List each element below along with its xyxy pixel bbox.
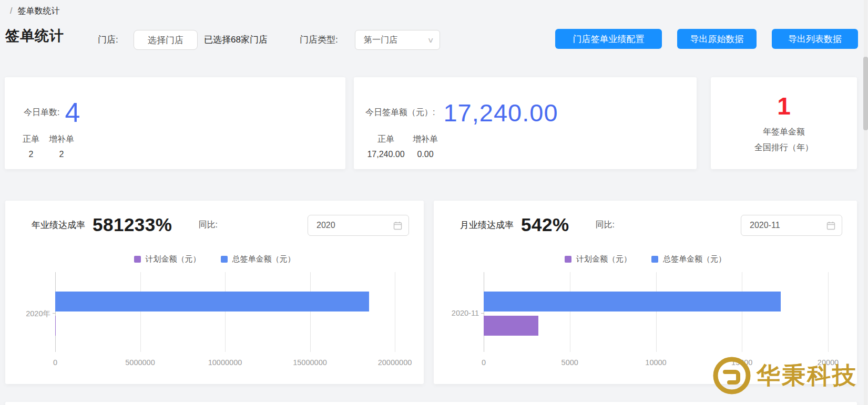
monthly-plot-area: 2020-11 [484,272,828,352]
rank-value: 1 [777,94,791,118]
monthly-category-label: 2020-11 [452,309,479,317]
calendar-icon [826,221,835,230]
supplement-amount-stat: 增补单 0.00 [410,134,441,159]
xaxis-tick-label: 0 [482,358,486,367]
supplement-amount-value: 0.00 [410,150,441,159]
gridline [225,272,226,352]
gridline [395,272,395,352]
plan-swatch [134,256,141,263]
total-legend-label: 总签单金额（元） [232,254,295,264]
xaxis-tick-label: 10000 [645,358,666,367]
plan-swatch [565,256,571,263]
monthly-chart-legend: 计划金额（元） 总签单金额（元） [434,254,857,264]
total-legend-label: 总签单金额（元） [663,254,726,264]
scrollbar-thumb[interactable] [863,57,868,130]
today-amount-card: 今日签单额（元）: 17,240.00 正单 17,240.00 增补单 0.0… [354,77,697,169]
normal-amount-label: 正单 [364,134,407,145]
yearly-date-picker[interactable]: 2020 [308,215,409,236]
normal-amount-value: 17,240.00 [364,150,407,159]
total-swatch [651,256,658,263]
total-swatch [221,256,228,263]
select-store-button[interactable]: 选择门店 [134,30,198,50]
store-filter-label: 门店: [98,34,118,46]
store-type-label: 门店类型: [300,34,338,46]
yearly-chart-legend: 计划金额（元） 总签单金额（元） [5,254,424,264]
chevron-down-icon: ∨ [427,36,434,44]
gridline [570,272,570,352]
export-raw-data-button[interactable]: 导出原始数据 [677,29,757,49]
today-amount-value: 17,240.00 [443,100,558,125]
gridline [140,272,141,352]
normal-orders-label: 正单 [22,134,40,145]
legend-item-total[interactable]: 总签单金额（元） [651,254,726,264]
supplement-orders-value: 2 [49,150,74,159]
breadcrumb: /签单数统计 [10,6,59,17]
yearly-chart-title: 年业绩达成率 [32,219,85,231]
monthly-compare-label: 同比: [596,220,615,231]
order-stats-page: /签单数统计 签单统计 门店: 选择门店 已选择68家门店 门店类型: 第一门店… [0,0,868,405]
yearly-plot-area: 2020年 [55,272,395,352]
yearly-compare-label: 同比: [198,220,217,231]
yearly-category-label: 2020年 [26,309,50,319]
xaxis-tick-label: 0 [53,358,57,367]
yearly-performance-chart-card: 年业绩达成率 581233% 同比: 2020 计划金额（元） 总签单金额（元）… [5,201,424,384]
xaxis-tick-label: 5000 [561,358,578,367]
supplement-orders-label: 增补单 [49,134,74,145]
gridline [742,272,742,352]
rank-line-2: 全国排行（年） [754,142,813,153]
today-amount-label: 今日签单额（元）: [365,107,435,118]
xaxis-tick-label: 20000000 [378,358,412,367]
yearly-achievement-rate: 581233% [93,214,172,235]
normal-orders-stat: 正单 2 [22,134,40,159]
xaxis-tick-label: 10000000 [208,358,242,367]
xaxis-tick-label: 5000000 [125,358,155,367]
yearly-date-value: 2020 [316,221,335,230]
today-orders-card: 今日单数: 4 正单 2 增补单 2 [5,77,345,169]
normal-amount-stat: 正单 17,240.00 [364,134,407,159]
breadcrumb-separator: / [10,6,12,15]
monthly-achievement-rate: 542% [521,214,569,235]
monthly-chart-title: 月业绩达成率 [460,219,514,231]
gridline [828,272,829,352]
legend-item-total[interactable]: 总签单金额（元） [221,254,295,264]
breadcrumb-current[interactable]: 签单数统计 [17,6,59,15]
normal-orders-value: 2 [22,150,40,159]
legend-item-plan[interactable]: 计划金额（元） [134,254,201,264]
monthly-xaxis-ticks: 05000100001500020000 [484,358,828,368]
supplement-amount-label: 增补单 [410,134,441,145]
xaxis-tick-label: 20000 [818,358,839,367]
page-title: 签单统计 [5,26,64,45]
monthly-date-picker[interactable]: 2020-11 [741,215,842,236]
monthly-date-value: 2020-11 [750,221,780,230]
export-list-data-button[interactable]: 导出列表数据 [772,29,858,49]
plan-amount-bar [484,316,538,336]
store-selected-info: 已选择68家门店 [204,34,268,46]
today-orders-value: 4 [65,99,80,126]
today-orders-label: 今日单数: [24,107,59,118]
next-section-card-edge [5,402,857,405]
legend-item-plan[interactable]: 计划金额（元） [565,254,631,264]
gridline [656,272,657,352]
gridline [310,272,311,352]
rank-line-1: 年签单金额 [763,127,805,137]
yearly-xaxis-ticks: 05000000100000001500000020000000 [55,358,395,368]
total-amount-bar [484,292,781,311]
calendar-icon [393,221,402,230]
plan-legend-label: 计划金额（元） [146,254,201,264]
supplement-orders-stat: 增补单 2 [49,134,74,159]
xaxis-tick-label: 15000000 [293,358,327,367]
monthly-performance-chart-card: 月业绩达成率 542% 同比: 2020-11 计划金额（元） 总签单金额（元）… [434,201,857,384]
plan-legend-label: 计划金额（元） [576,254,631,264]
national-rank-card: 1 年签单金额 全国排行（年） [711,77,857,169]
xaxis-tick-label: 15000 [731,358,752,367]
gridline [484,272,484,352]
total-amount-bar [55,292,369,311]
store-performance-config-button[interactable]: 门店签单业绩配置 [555,29,662,49]
store-type-select[interactable]: 第一门店 ∨ [355,30,440,50]
gridline [55,272,56,352]
store-type-value: 第一门店 [364,35,397,46]
